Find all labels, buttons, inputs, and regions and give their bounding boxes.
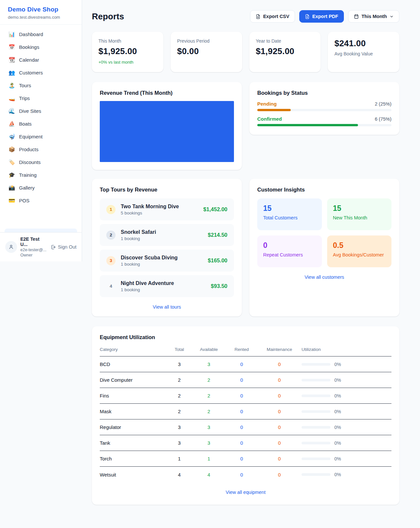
- status-head: Pending 2 (25%): [257, 101, 391, 107]
- tour-info: Night Dive Adventure 1 booking: [121, 280, 206, 292]
- insight-tile: 15 New This Month: [327, 198, 392, 230]
- cell-available: 4: [192, 472, 226, 477]
- export-pdf-button[interactable]: Export PDF: [299, 10, 344, 23]
- cell-rented: 0: [226, 409, 257, 414]
- tour-name: Night Dive Adventure: [121, 280, 206, 286]
- utilization-bar: [302, 395, 330, 397]
- cell-available: 3: [192, 424, 226, 430]
- cell-available: 1: [192, 456, 226, 461]
- export-csv-label: Export CSV: [263, 14, 289, 19]
- tour-name: Snorkel Safari: [121, 229, 202, 235]
- sidebar: Demo Dive Shop demo.test.divestreams.com…: [0, 0, 82, 261]
- cell-available: 2: [192, 393, 226, 398]
- sidebar-item[interactable]: 📊 Dashboard: [4, 28, 78, 41]
- nav-item-icon: 🎓: [9, 172, 15, 178]
- sidebar-item[interactable]: 📅 Bookings: [4, 41, 78, 53]
- cell-available: 2: [192, 377, 226, 383]
- insight-label: Repeat Customers: [263, 252, 316, 257]
- column-maintenance: Maintenance: [257, 347, 302, 352]
- tour-row[interactable]: 3 Discover Scuba Diving 1 booking $165.0…: [100, 250, 234, 272]
- sidebar-item[interactable]: 👥 Customers: [4, 66, 78, 79]
- utilization-bar: [302, 442, 330, 444]
- nav-item-icon: 🌊: [9, 108, 15, 114]
- nav-item-icon: 👥: [9, 70, 15, 76]
- column-utilization: Utilization: [302, 347, 391, 352]
- nav-item-icon: 🤿: [9, 133, 15, 140]
- table-row: Dive Computer 2 2 0 0 0%: [100, 372, 391, 388]
- equipment-table-header: Category Total Available Rented Maintena…: [100, 347, 391, 356]
- sidebar-item[interactable]: 🌊 Dive Sites: [4, 105, 78, 117]
- insight-value: 15: [263, 204, 316, 213]
- status-progress-fill: [257, 124, 358, 126]
- cell-category: Torch: [100, 456, 167, 461]
- cell-utilization: 0%: [302, 425, 391, 430]
- view-all-customers-link[interactable]: View all customers: [257, 274, 391, 280]
- tour-row[interactable]: 2 Snorkel Safari 1 booking $214.50: [100, 224, 234, 246]
- equipment-utilization-card: Equipment Utilization Category Total Ava…: [92, 326, 399, 505]
- utilization-percent: 0%: [334, 472, 341, 477]
- utilization-bar: [302, 410, 330, 413]
- period-select[interactable]: This Month: [348, 10, 399, 23]
- tour-bookings: 1 booking: [121, 287, 206, 292]
- user-avatar: [5, 241, 17, 253]
- tour-amount: $1,452.00: [203, 206, 227, 213]
- period-label: This Month: [362, 14, 387, 19]
- insight-label: Total Customers: [263, 215, 316, 220]
- export-csv-button[interactable]: Export CSV: [250, 10, 295, 23]
- cell-available: 3: [192, 440, 226, 446]
- cell-total: 2: [167, 393, 192, 398]
- tour-list: 1 Two Tank Morning Dive 5 bookings $1,45…: [100, 198, 234, 297]
- sidebar-item[interactable]: 🚤 Trips: [4, 92, 78, 105]
- status-row: Pending 2 (25%): [257, 101, 391, 111]
- nav-item-label: Customers: [19, 70, 43, 75]
- cell-total: 1: [167, 456, 192, 461]
- nav-item-label: Training: [19, 172, 37, 178]
- nav-item-label: Trips: [19, 95, 30, 101]
- rank-badge: 1: [106, 205, 116, 214]
- tour-row[interactable]: 1 Two Tank Morning Dive 5 bookings $1,45…: [100, 198, 234, 220]
- status-head: Confirmed 6 (75%): [257, 116, 391, 122]
- cell-utilization: 0%: [302, 362, 391, 367]
- stat-card-previous-period: Previous Period $0.00: [171, 32, 242, 72]
- table-row: Torch 1 1 0 0 0%: [100, 451, 391, 467]
- nav-item-label: Dive Sites: [19, 108, 41, 114]
- column-category: Category: [100, 347, 167, 352]
- utilization-bar: [302, 379, 330, 381]
- top-tours-title: Top Tours by Revenue: [100, 187, 234, 193]
- utilization-percent: 0%: [334, 393, 341, 398]
- cell-total: 3: [167, 440, 192, 446]
- sidebar-item[interactable]: 🏷️ Discounts: [4, 156, 78, 169]
- cell-total: 2: [167, 377, 192, 383]
- sidebar-item[interactable]: 📦 Products: [4, 143, 78, 156]
- sidebar-item[interactable]: 🎓 Training: [4, 169, 78, 181]
- column-total: Total: [167, 347, 192, 352]
- file-icon: [305, 14, 310, 19]
- stat-card-year-to-date: Year to Date $1,925.00: [249, 32, 321, 72]
- sidebar-item[interactable]: 📸 Gallery: [4, 181, 78, 194]
- view-all-tours-link[interactable]: View all tours: [100, 304, 234, 310]
- sidebar-item-active-partial[interactable]: [5, 229, 77, 232]
- sidebar-item[interactable]: 💳 POS: [4, 194, 78, 207]
- brand: Demo Dive Shop demo.test.divestreams.com: [0, 0, 82, 25]
- sidebar-item[interactable]: 🤿 Equipment: [4, 130, 78, 143]
- sidebar-item[interactable]: ⛵ Boats: [4, 117, 78, 130]
- tour-row[interactable]: 4 Night Dive Adventure 1 booking $93.50: [100, 275, 234, 297]
- nav-item-label: Equipment: [19, 134, 43, 139]
- table-row: Mask 2 2 0 0 0%: [100, 404, 391, 419]
- status-progress-track: [257, 124, 391, 126]
- tour-bookings: 1 booking: [121, 262, 202, 267]
- status-count: 6 (75%): [375, 116, 391, 122]
- insight-label: Avg Bookings/Customer: [333, 252, 386, 257]
- sidebar-item[interactable]: 🏝️ Tours: [4, 79, 78, 92]
- view-all-equipment-link[interactable]: View all equipment: [100, 490, 391, 495]
- equipment-table-body: BCD 3 3 0 0 0% Dive Computer 2: [100, 356, 391, 482]
- stat-value: $241.00: [334, 38, 393, 49]
- sign-out-button[interactable]: Sign Out: [51, 244, 76, 250]
- sidebar-item[interactable]: 📆 Calendar: [4, 53, 78, 66]
- sign-out-label: Sign Out: [58, 244, 76, 250]
- nav-item-label: Tours: [19, 83, 31, 88]
- cell-available: 2: [192, 409, 226, 414]
- tour-amount: $214.50: [208, 232, 227, 238]
- shop-domain: demo.test.divestreams.com: [8, 15, 74, 20]
- cell-maintenance: 0: [257, 377, 302, 383]
